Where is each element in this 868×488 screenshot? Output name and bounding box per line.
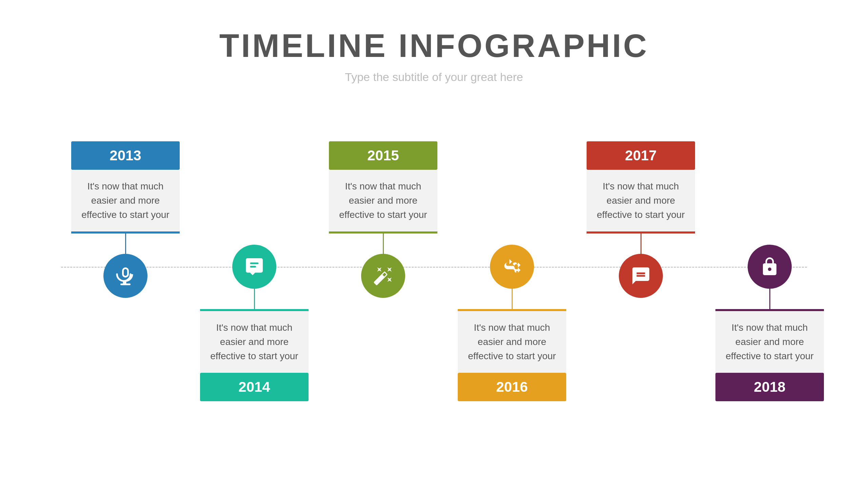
page-title: TIMELINE INFOGRAPHIC bbox=[219, 27, 649, 64]
connector-2017 bbox=[640, 233, 642, 254]
icon-circle-2018 bbox=[748, 245, 792, 289]
message-icon bbox=[631, 266, 651, 286]
shuffle-icon bbox=[502, 257, 522, 277]
text-card-2018: It's now that much easier and more effec… bbox=[715, 309, 824, 373]
connector-2013 bbox=[125, 233, 126, 254]
year-badge-2018: 2018 bbox=[715, 373, 824, 401]
timeline-item-2013: 2013 It's now that much easier and more … bbox=[64, 141, 186, 298]
connector-2015 bbox=[383, 233, 384, 254]
timeline-section: 2013 It's now that much easier and more … bbox=[0, 124, 868, 429]
header: TIMELINE INFOGRAPHIC Type the subtitle o… bbox=[219, 27, 649, 84]
timeline-item-2018: It's now that much easier and more effec… bbox=[709, 245, 831, 401]
year-badge-2016: 2016 bbox=[458, 373, 566, 401]
microphone-icon bbox=[115, 266, 136, 286]
year-badge-2015: 2015 bbox=[329, 141, 437, 170]
timeline-item-2017: 2017 It's now that much easier and more … bbox=[580, 141, 702, 298]
timeline-item-2016: It's now that much easier and more effec… bbox=[451, 245, 573, 401]
text-card-2013: It's now that much easier and more effec… bbox=[71, 170, 180, 233]
chat-icon bbox=[244, 257, 264, 277]
year-badge-2014: 2014 bbox=[200, 373, 309, 401]
magic-icon bbox=[373, 266, 393, 286]
connector-2016 bbox=[512, 289, 513, 309]
connector-2018 bbox=[769, 289, 770, 309]
timeline-item-2014: It's now that much easier and more effec… bbox=[193, 245, 315, 401]
text-card-2014: It's now that much easier and more effec… bbox=[200, 309, 309, 373]
text-card-2016: It's now that much easier and more effec… bbox=[458, 309, 566, 373]
lock-icon bbox=[760, 257, 780, 277]
icon-circle-2013 bbox=[103, 254, 147, 298]
icon-circle-2016 bbox=[490, 245, 534, 289]
timeline-item-2015: 2015 It's now that much easier and more … bbox=[322, 141, 444, 298]
year-badge-2017: 2017 bbox=[587, 141, 695, 170]
text-card-2015: It's now that much easier and more effec… bbox=[329, 170, 437, 233]
icon-circle-2015 bbox=[361, 254, 405, 298]
year-badge-2013: 2013 bbox=[71, 141, 180, 170]
icon-circle-2014 bbox=[232, 245, 276, 289]
text-card-2017: It's now that much easier and more effec… bbox=[587, 170, 695, 233]
connector-2014 bbox=[254, 289, 255, 309]
page-subtitle: Type the subtitle of your great here bbox=[219, 70, 649, 84]
icon-circle-2017 bbox=[619, 254, 663, 298]
